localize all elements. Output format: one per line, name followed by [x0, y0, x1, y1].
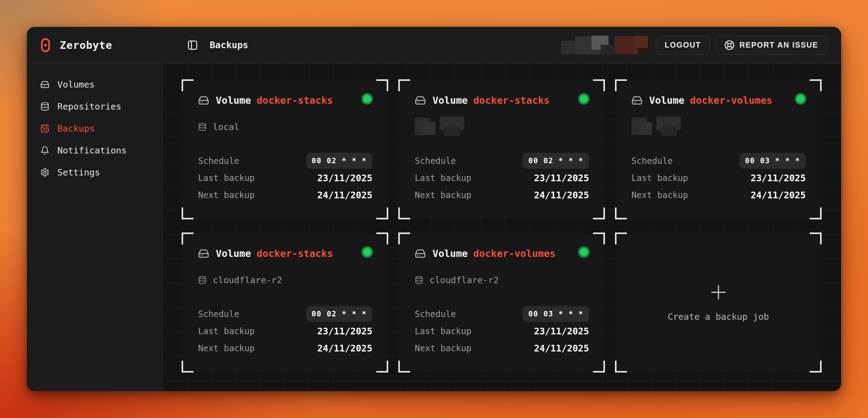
corner-bracket [615, 79, 627, 91]
create-backup-job-card[interactable]: Create a backup job [616, 233, 821, 372]
sidebar-item-label: Backups [57, 123, 95, 134]
corner-bracket [593, 207, 605, 219]
report-issue-button[interactable]: REPORT AN ISSUE [715, 36, 827, 55]
schedule-cron-badge: 00 03 * * * [740, 153, 806, 169]
volume-prefix: Volume [216, 248, 251, 259]
corner-bracket [398, 361, 410, 373]
sidebar-item-notifications[interactable]: Notifications [40, 141, 163, 159]
volume-prefix: Volume [432, 95, 468, 106]
card-header: Volume docker-stacks [198, 95, 333, 106]
panel-left-icon[interactable] [187, 40, 198, 51]
last-backup-date: 23/11/2025 [317, 326, 372, 336]
card-detail-rows: Schedule 00 02 * * * Last backup 23/11/2… [198, 306, 372, 357]
corner-bracket [615, 232, 627, 245]
backup-job-card[interactable]: Volume docker-stacks Schedule 00 02 * * … [399, 80, 604, 219]
schedule-cron-badge: 00 03 * * * [523, 306, 589, 322]
sidebar-item-label: Notifications [57, 145, 127, 156]
next-backup-label: Next backup [198, 190, 254, 200]
next-backup-date: 24/11/2025 [317, 343, 372, 354]
database-icon [198, 123, 207, 131]
backups-grid-area: Volume docker-stacks local Schedule 00 0… [163, 63, 841, 391]
corner-bracket [810, 232, 822, 245]
last-backup-date: 23/11/2025 [534, 173, 589, 183]
last-backup-row: Last backup 23/11/2025 [415, 322, 589, 340]
corner-bracket [810, 79, 822, 91]
next-backup-row: Next backup 24/11/2025 [631, 186, 806, 203]
page-header: Backups [187, 27, 248, 63]
last-backup-row: Last backup 23/11/2025 [198, 169, 372, 186]
backup-job-card[interactable]: Volume docker-stacks cloudflare-r2 Sched… [182, 233, 388, 372]
card-header: Volume docker-stacks [198, 248, 333, 259]
next-backup-row: Next backup 24/11/2025 [415, 186, 589, 203]
last-backup-date: 23/11/2025 [534, 326, 589, 336]
top-bar: Zerobyte Backups LOGOUT [27, 27, 841, 63]
hard-drive-icon [415, 248, 426, 259]
hard-drive-icon [198, 95, 209, 106]
hard-drive-icon [415, 95, 426, 106]
card-header: Volume docker-stacks [415, 95, 550, 106]
redacted-user-info [561, 36, 648, 55]
app-name: Zerobyte [60, 39, 112, 51]
card-detail-rows: Schedule 00 02 * * * Last backup 23/11/2… [198, 152, 372, 203]
last-backup-row: Last backup 23/11/2025 [415, 169, 589, 186]
zerobyte-logo-icon [40, 38, 51, 53]
backup-job-card[interactable]: Volume docker-volumes Schedule 00 03 * *… [616, 80, 821, 219]
schedule-label: Schedule [198, 156, 239, 166]
last-backup-label: Last backup [415, 326, 471, 336]
sidebar-item-repositories[interactable]: Repositories [40, 98, 163, 115]
repository: cloudflare-r2 [198, 272, 282, 288]
corner-bracket [182, 207, 193, 219]
volume-prefix: Volume [216, 95, 251, 106]
sidebar-item-backups[interactable]: Backups [40, 120, 163, 137]
status-ok-dot [578, 93, 590, 105]
hard-drive-icon [40, 80, 50, 89]
calendar-clock-icon [40, 124, 50, 133]
volume-name: docker-stacks [257, 248, 333, 259]
status-ok-dot [578, 246, 590, 258]
corner-bracket [810, 361, 822, 373]
corner-bracket [398, 207, 410, 219]
last-backup-row: Last backup 23/11/2025 [631, 169, 806, 186]
plus-icon [710, 284, 727, 301]
last-backup-label: Last backup [198, 326, 254, 336]
schedule-cron-badge: 00 02 * * * [523, 153, 589, 169]
logout-button[interactable]: LOGOUT [656, 36, 710, 55]
corner-bracket [398, 79, 410, 91]
volume-name: docker-volumes [473, 248, 556, 259]
app-window: Zerobyte Backups LOGOUT [27, 27, 841, 391]
corner-bracket [182, 232, 193, 245]
volume-name: docker-volumes [690, 95, 772, 106]
database-icon [40, 102, 50, 111]
page-title: Backups [210, 40, 248, 50]
corner-bracket [182, 361, 193, 373]
next-backup-label: Next backup [631, 190, 688, 200]
sidebar-item-settings[interactable]: Settings [40, 164, 163, 181]
next-backup-label: Next backup [198, 343, 254, 353]
card-header: Volume docker-volumes [415, 248, 555, 259]
card-detail-rows: Schedule 00 03 * * * Last backup 23/11/2… [631, 152, 806, 203]
schedule-row: Schedule 00 03 * * * [631, 152, 806, 169]
volume-name: docker-stacks [257, 95, 333, 106]
backup-job-card[interactable]: Volume docker-volumes cloudflare-r2 Sche… [399, 233, 604, 372]
last-backup-label: Last backup [631, 173, 688, 183]
next-backup-date: 24/11/2025 [534, 343, 589, 354]
corner-bracket [615, 361, 627, 373]
backup-job-card[interactable]: Volume docker-stacks local Schedule 00 0… [182, 80, 388, 219]
last-backup-row: Last backup 23/11/2025 [198, 322, 372, 340]
logout-button-label: LOGOUT [665, 40, 701, 50]
lifebuoy-icon [724, 40, 735, 50]
backup-cards-grid: Volume docker-stacks local Schedule 00 0… [182, 80, 821, 372]
card-header: Volume docker-volumes [631, 95, 772, 106]
corner-bracket [182, 79, 193, 91]
card-detail-rows: Schedule 00 02 * * * Last backup 23/11/2… [415, 152, 589, 203]
hard-drive-icon [631, 95, 643, 106]
next-backup-row: Next backup 24/11/2025 [415, 340, 589, 357]
schedule-cron-badge: 00 02 * * * [306, 306, 372, 322]
sidebar-item-volumes[interactable]: Volumes [40, 76, 163, 93]
create-backup-job-label: Create a backup job [668, 312, 769, 322]
last-backup-date: 23/11/2025 [750, 173, 806, 183]
topbar-actions: LOGOUT REPORT AN ISSUE [561, 27, 827, 63]
corner-bracket [593, 361, 605, 373]
database-icon [198, 276, 207, 284]
corner-bracket [615, 207, 627, 219]
